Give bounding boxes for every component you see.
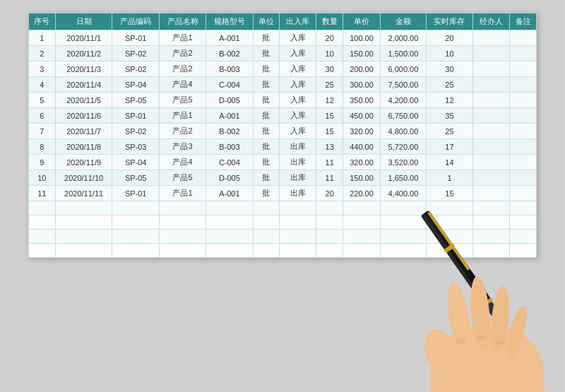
table-cell: 25 — [426, 124, 472, 139]
empty-cell — [29, 230, 56, 244]
table-cell: SP-01 — [112, 30, 159, 46]
empty-cell — [206, 244, 253, 258]
empty-row — [29, 230, 537, 244]
empty-cell — [112, 201, 159, 215]
table-cell — [473, 139, 510, 155]
header-cell: 序号 — [29, 13, 56, 30]
table-cell — [510, 61, 537, 77]
empty-cell — [473, 244, 510, 258]
table-cell: 2020/11/1 — [55, 30, 112, 46]
empty-cell — [316, 230, 343, 244]
empty-cell — [112, 244, 159, 258]
table-body: 12020/11/1SP-01产品1A-001批入库20100.002,000.… — [29, 30, 537, 258]
table-cell: 4,400.00 — [380, 186, 426, 201]
table-cell: 13 — [316, 139, 343, 155]
empty-cell — [253, 230, 280, 244]
empty-cell — [159, 201, 206, 215]
empty-cell — [280, 201, 316, 215]
table-cell: 产品2 — [159, 61, 206, 77]
table-cell: 150.00 — [343, 46, 381, 61]
table-cell: 产品2 — [159, 46, 206, 61]
empty-cell — [473, 230, 510, 244]
table-cell: B-002 — [206, 46, 253, 61]
empty-cell — [29, 201, 56, 215]
empty-cell — [343, 230, 381, 244]
table-cell: B-002 — [206, 124, 253, 139]
table-cell: 出库 — [280, 155, 316, 170]
table-cell: 产品4 — [159, 77, 206, 93]
empty-row — [29, 201, 537, 215]
table-cell: 1,500.00 — [380, 46, 426, 61]
table-cell: 320.00 — [343, 124, 381, 139]
table-cell: 9 — [29, 155, 56, 170]
header-cell: 出入库 — [280, 13, 316, 30]
table-cell: SP-04 — [112, 77, 159, 93]
table-cell: 入库 — [280, 108, 316, 124]
empty-cell — [380, 201, 426, 215]
header-cell: 金额 — [380, 13, 426, 30]
table-cell: 5 — [29, 93, 56, 108]
table-cell: 5,720.00 — [380, 139, 426, 155]
table-cell: 150.00 — [343, 170, 381, 186]
table-cell: 15 — [316, 108, 343, 124]
empty-cell — [112, 215, 159, 230]
table-cell: SP-03 — [112, 139, 159, 155]
table-cell: 产品3 — [159, 139, 206, 155]
table-cell: 12 — [426, 93, 472, 108]
table-cell: 批 — [253, 155, 280, 170]
header-cell: 备注 — [510, 13, 537, 30]
empty-cell — [253, 201, 280, 215]
table-cell: 批 — [253, 124, 280, 139]
svg-point-16 — [504, 304, 531, 360]
table-cell: 入库 — [280, 124, 316, 139]
table-cell — [510, 93, 537, 108]
table-cell: 2020/11/4 — [55, 77, 112, 93]
table-cell: 15 — [426, 186, 472, 201]
table-cell: 入库 — [280, 93, 316, 108]
table-cell: A-001 — [206, 186, 253, 201]
empty-cell — [29, 215, 56, 230]
table-header-row: 序号日期产品编码产品名称规格型号单位出入库数量单价金额实时库存经办人备注 — [29, 13, 537, 30]
svg-rect-17 — [431, 360, 544, 392]
table-cell: 200.00 — [343, 61, 381, 77]
table-cell: 11 — [316, 155, 343, 170]
empty-cell — [253, 244, 280, 258]
table-cell: SP-05 — [112, 93, 159, 108]
empty-cell — [380, 230, 426, 244]
table-cell: 15 — [316, 124, 343, 139]
svg-point-20 — [476, 335, 486, 340]
table-cell: SP-01 — [112, 186, 159, 201]
empty-cell — [112, 230, 159, 244]
svg-point-15 — [489, 285, 511, 355]
table-cell: SP-02 — [112, 124, 159, 139]
table-cell: 批 — [253, 108, 280, 124]
table-cell: D-005 — [206, 170, 253, 186]
table-row: 72020/11/7SP-02产品2B-002批入库15320.004,800.… — [29, 124, 537, 139]
table-cell: 10 — [29, 170, 56, 186]
header-cell: 产品编码 — [112, 13, 159, 30]
table-cell: 14 — [426, 155, 472, 170]
empty-cell — [380, 244, 426, 258]
inventory-table: 序号日期产品编码产品名称规格型号单位出入库数量单价金额实时库存经办人备注 120… — [28, 13, 537, 258]
empty-cell — [206, 201, 253, 215]
table-cell — [473, 30, 510, 46]
table-cell: SP-02 — [112, 61, 159, 77]
empty-cell — [510, 230, 537, 244]
table-cell: 17 — [426, 139, 472, 155]
table-cell — [473, 108, 510, 124]
table-cell: 11 — [29, 186, 56, 201]
header-cell: 实时库存 — [426, 13, 472, 30]
svg-point-13 — [444, 281, 475, 354]
header-cell: 单价 — [343, 13, 381, 30]
empty-cell — [29, 244, 56, 258]
table-cell: 6,750.00 — [380, 108, 426, 124]
table-cell: 产品1 — [159, 186, 206, 201]
table-row: 52020/11/5SP-05产品5D-005批入库12350.004,200.… — [29, 93, 537, 108]
table-cell — [473, 93, 510, 108]
table-row: 12020/11/1SP-01产品1A-001批入库20100.002,000.… — [29, 30, 537, 46]
table-cell: 25 — [316, 77, 343, 93]
table-cell — [510, 186, 537, 201]
table-cell: 11 — [316, 170, 343, 186]
header-cell: 经办人 — [473, 13, 510, 30]
table-cell: 2020/11/9 — [55, 155, 112, 170]
